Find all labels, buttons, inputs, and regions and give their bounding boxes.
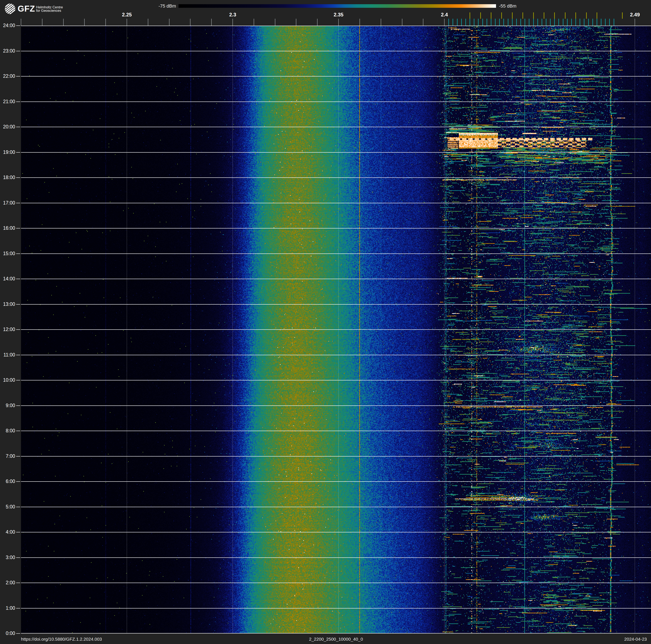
narrowband-channel-tick	[558, 19, 559, 26]
time-axis-tick	[16, 304, 20, 304]
narrowband-channel-tick	[537, 19, 538, 26]
wifi-channel-tick	[501, 12, 502, 19]
time-axis-tick	[16, 557, 20, 558]
freq-axis-label: 2.49	[625, 12, 644, 18]
narrowband-channel-tick	[550, 19, 551, 26]
time-axis-label: 21:00	[0, 99, 15, 104]
time-axis-label: 20:00	[0, 124, 15, 129]
freq-axis-label: 2.4	[435, 12, 454, 18]
time-axis-label: 24:00	[0, 23, 15, 28]
time-axis-label: 3:00	[0, 555, 15, 560]
narrowband-channel-tick	[478, 19, 478, 26]
wifi-channel-tick	[533, 12, 534, 19]
freq-minor-tick	[190, 19, 190, 26]
time-axis-tick	[16, 456, 20, 457]
time-axis-label: 18:00	[0, 175, 15, 180]
freq-minor-tick	[402, 19, 402, 26]
time-axis-tick	[16, 76, 20, 77]
freq-minor-tick	[42, 19, 42, 26]
freq-minor-tick	[444, 19, 444, 26]
time-axis-label: 19:00	[0, 149, 15, 155]
time-axis-label: 6:00	[0, 478, 15, 484]
wifi-channel-tick	[491, 12, 491, 19]
freq-minor-tick	[127, 19, 127, 26]
narrowband-channel-tick	[457, 19, 458, 26]
time-axis-tick	[16, 405, 20, 406]
narrowband-channel-tick	[470, 19, 470, 26]
time-axis-tick	[16, 608, 20, 609]
freq-minor-tick	[148, 19, 148, 26]
time-axis-tick	[16, 532, 20, 532]
narrowband-channel-tick	[487, 19, 487, 26]
time-axis-tick	[16, 101, 20, 102]
narrowband-channel-tick	[465, 19, 466, 26]
wifi-channel-tick	[586, 12, 587, 19]
narrowband-channel-tick	[571, 19, 572, 26]
freq-minor-tick	[254, 19, 254, 26]
freq-minor-tick	[634, 19, 635, 26]
time-axis-label: 13:00	[0, 301, 15, 307]
time-axis-label: 15:00	[0, 251, 15, 256]
time-axis-tick	[16, 329, 20, 330]
narrowband-channel-tick	[554, 19, 555, 26]
freq-minor-tick	[317, 19, 317, 26]
wifi-channel-tick	[597, 12, 597, 19]
narrowband-channel-tick	[546, 19, 547, 26]
narrowband-channel-tick	[588, 19, 589, 26]
narrowband-channel-tick	[605, 19, 606, 26]
narrowband-channel-tick	[512, 19, 513, 26]
freq-minor-tick	[105, 19, 106, 26]
freq-minor-tick	[63, 19, 64, 26]
time-axis-label: 0:00	[0, 631, 15, 636]
narrowband-channel-tick	[597, 19, 597, 26]
freq-minor-tick	[232, 19, 233, 26]
time-axis-tick	[16, 152, 20, 153]
freq-minor-tick	[84, 19, 85, 26]
narrowband-channel-tick	[592, 19, 593, 26]
time-axis-label: 9:00	[0, 403, 15, 408]
time-axis: 24:0023:0022:0021:0020:0019:0018:0017:00…	[0, 0, 21, 644]
narrowband-channel-tick	[461, 19, 462, 26]
wifi-channel-tick	[480, 12, 481, 19]
narrowband-channel-tick	[567, 19, 568, 26]
narrowband-channel-tick	[448, 19, 449, 26]
narrowband-channel-tick	[483, 19, 483, 26]
freq-axis-label: 2.25	[117, 12, 136, 18]
freq-minor-tick	[360, 19, 360, 26]
freq-minor-tick	[423, 19, 423, 26]
wifi-channel-tick	[554, 12, 555, 19]
time-axis-label: 8:00	[0, 428, 15, 433]
freq-minor-tick	[338, 19, 339, 26]
time-axis-label: 16:00	[0, 225, 15, 231]
time-axis-label: 10:00	[0, 377, 15, 383]
time-axis-label: 2:00	[0, 580, 15, 585]
time-axis-label: 11:00	[0, 352, 15, 357]
narrowband-channel-tick	[533, 19, 534, 26]
narrowband-channel-tick	[520, 19, 521, 26]
time-axis-label: 4:00	[0, 529, 15, 535]
time-axis-tick	[16, 481, 20, 482]
narrowband-channel-tick	[614, 19, 614, 26]
narrowband-channel-tick	[580, 19, 580, 26]
narrowband-channel-tick	[576, 19, 576, 26]
time-axis-label: 22:00	[0, 74, 15, 79]
frequency-axis: 2.252.32.352.42.49	[0, 0, 651, 26]
footer-dataset-filename: 2_2200_2500_10000_40_0	[21, 637, 651, 642]
narrowband-channel-tick	[516, 19, 517, 26]
time-axis-label: 7:00	[0, 453, 15, 459]
time-axis-label: 17:00	[0, 200, 15, 206]
footer-date: 2024-04-23	[567, 637, 647, 642]
time-axis-tick	[16, 203, 20, 203]
time-axis-tick	[16, 633, 20, 634]
wifi-channel-tick	[544, 12, 544, 19]
freq-minor-tick	[169, 19, 169, 26]
freq-minor-tick	[275, 19, 275, 26]
narrowband-channel-tick	[499, 19, 500, 26]
narrowband-channel-tick	[503, 19, 504, 26]
wifi-channel-tick	[622, 12, 623, 19]
wifi-channel-tick	[512, 12, 513, 19]
time-axis-label: 23:00	[0, 48, 15, 54]
time-axis-label: 12:00	[0, 327, 15, 332]
narrowband-channel-tick	[601, 19, 601, 26]
narrowband-channel-tick	[491, 19, 491, 26]
